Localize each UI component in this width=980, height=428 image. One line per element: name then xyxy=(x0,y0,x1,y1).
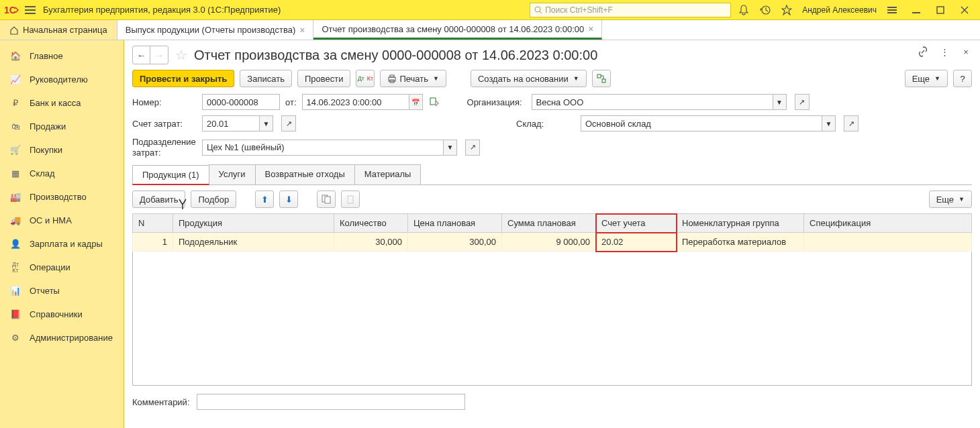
sidebar-item-catalogs[interactable]: 📕Справочники xyxy=(0,303,124,326)
tab-label: Отчет производства за смену 0000-000008 … xyxy=(322,24,584,34)
sidebar-item-hr[interactable]: 👤Зарплата и кадры xyxy=(0,232,124,256)
sidebar-item-warehouse[interactable]: ▦Склад xyxy=(0,162,124,185)
dtkt-button[interactable]: ДтКт xyxy=(356,70,375,87)
structure-button[interactable] xyxy=(592,70,611,87)
comment-input[interactable] xyxy=(197,394,465,410)
dropdown-icon[interactable]: ▼ xyxy=(444,140,457,156)
print-button[interactable]: Печать▼ xyxy=(380,70,446,87)
star-icon[interactable] xyxy=(781,4,793,16)
date-input[interactable]: 14.06.2023 0:00:00 📅 xyxy=(302,94,423,110)
tab-shift-report[interactable]: Отчет производства за смену 0000-000008 … xyxy=(313,20,602,40)
home-tab-label: Начальная страница xyxy=(23,25,107,35)
number-input[interactable]: 0000-000008 xyxy=(202,94,280,110)
table-more-button[interactable]: Еще▼ xyxy=(929,191,972,208)
sidebar-item-assets[interactable]: 🚚ОС и НМА xyxy=(0,209,124,232)
open-warehouse-button[interactable]: ↗ xyxy=(844,115,859,131)
open-dept-button[interactable]: ↗ xyxy=(465,140,480,156)
col-nomgroup[interactable]: Номенклатурная группа xyxy=(677,214,804,233)
history-icon[interactable] xyxy=(759,4,771,16)
col-qty[interactable]: Количество xyxy=(334,214,408,233)
maximize-icon[interactable] xyxy=(934,4,946,16)
sidebar-item-purchases[interactable]: 🛒Покупки xyxy=(0,138,124,162)
tab-materials[interactable]: Материалы xyxy=(354,164,422,184)
close-icon[interactable]: × xyxy=(960,46,972,58)
products-table: N Продукция Количество Цена плановая Сум… xyxy=(132,213,972,252)
comment-label: Комментарий: xyxy=(132,397,190,407)
sidebar-item-main[interactable]: 🏠Главное xyxy=(0,44,124,68)
bars-icon: 📊 xyxy=(9,286,21,296)
tab-close-icon[interactable]: × xyxy=(299,25,305,36)
warehouse-label: Склад: xyxy=(516,119,575,129)
menu-icon[interactable] xyxy=(24,4,36,16)
col-spec[interactable]: Спецификация xyxy=(804,214,972,233)
tab-services[interactable]: Услуги xyxy=(209,164,256,184)
save-button[interactable]: Записать xyxy=(240,70,292,87)
col-sum[interactable]: Сумма плановая xyxy=(502,214,596,233)
copy-button[interactable] xyxy=(317,191,336,208)
col-n[interactable]: N xyxy=(133,214,173,233)
more-button[interactable]: Еще▼ xyxy=(905,70,948,87)
create-based-button[interactable]: Создать на основании▼ xyxy=(471,70,587,87)
document-title: Отчет производства за смену 0000-000008 … xyxy=(194,48,597,63)
org-input[interactable]: Весна ООО ▼ xyxy=(532,94,787,110)
open-acc-button[interactable]: ↗ xyxy=(281,115,296,131)
warehouse-input[interactable]: Основной склад ▼ xyxy=(581,115,836,131)
truck-icon: 🚚 xyxy=(9,215,21,225)
factory-icon: 🏭 xyxy=(9,192,21,202)
table-toolbar: Добавить Подбор ⬆ ⬇ Еще▼ xyxy=(132,185,972,213)
dept-input[interactable]: Цех №1 (швейный) ▼ xyxy=(202,140,457,156)
minimize-icon[interactable] xyxy=(910,4,922,16)
tab-production-output[interactable]: Выпуск продукции (Отчеты производства) × xyxy=(117,20,314,40)
person-icon: 👤 xyxy=(9,239,21,249)
svg-rect-15 xyxy=(390,75,394,77)
close-window-icon[interactable] xyxy=(959,4,971,16)
col-price[interactable]: Цена плановая xyxy=(408,214,502,233)
calendar-icon[interactable]: 📅 xyxy=(409,94,423,110)
post-button[interactable]: Провести xyxy=(297,70,351,87)
sidebar-item-reports[interactable]: 📊Отчеты xyxy=(0,279,124,303)
sidebar-item-production[interactable]: 🏭Производство xyxy=(0,185,124,209)
app-title: Бухгалтерия предприятия, редакция 3.0 (1… xyxy=(43,5,281,15)
dtkt-icon: ДтКт xyxy=(9,262,21,274)
nav-buttons: ← → xyxy=(132,46,168,64)
favorite-icon[interactable]: ☆ xyxy=(175,47,187,63)
tab-products[interactable]: Продукция (1) xyxy=(132,165,209,185)
post-and-close-button[interactable]: Провести и закрыть xyxy=(132,70,234,87)
help-button[interactable]: ? xyxy=(953,70,972,87)
pick-button[interactable]: Подбор xyxy=(191,191,236,208)
dept-label: Подразделение затрат: xyxy=(132,137,197,158)
table-empty-area[interactable] xyxy=(132,252,972,386)
move-down-button[interactable]: ⬇ xyxy=(279,191,298,208)
bell-icon[interactable] xyxy=(738,4,750,16)
dropdown-icon[interactable]: ▼ xyxy=(773,94,787,110)
user-menu-icon[interactable] xyxy=(886,4,898,16)
more-menu-icon[interactable]: ⋮ xyxy=(938,46,950,58)
table-row[interactable]: 1 Пододеяльник 30,000 300,00 9 000,00 20… xyxy=(133,233,972,252)
add-row-button[interactable]: Добавить xyxy=(132,191,185,208)
sidebar-item-manager[interactable]: 📈Руководителю xyxy=(0,68,124,91)
user-name[interactable]: Андрей Алексеевич xyxy=(802,5,877,15)
dropdown-icon[interactable]: ▼ xyxy=(822,115,836,131)
cost-acc-input[interactable]: 20.01 ▼ xyxy=(202,115,273,131)
home-tab[interactable]: Начальная страница xyxy=(0,20,117,40)
col-account[interactable]: Счет учета xyxy=(596,214,677,233)
tab-returns[interactable]: Возвратные отходы xyxy=(255,164,355,184)
box-icon: ▦ xyxy=(9,168,21,178)
open-org-button[interactable]: ↗ xyxy=(795,94,810,110)
back-button[interactable]: ← xyxy=(133,46,150,64)
sidebar-item-bank[interactable]: ₽Банк и касса xyxy=(0,91,124,115)
sidebar-item-operations[interactable]: ДтКтОперации xyxy=(0,256,124,279)
paste-button[interactable] xyxy=(341,191,360,208)
link-icon[interactable] xyxy=(917,46,929,58)
gear-icon: ⚙ xyxy=(9,333,21,343)
search-input[interactable]: Поиск Ctrl+Shift+F xyxy=(530,3,731,17)
sidebar-item-admin[interactable]: ⚙Администрирование xyxy=(0,326,124,350)
move-up-button[interactable]: ⬆ xyxy=(255,191,274,208)
sidebar-item-sales[interactable]: 🛍Продажи xyxy=(0,115,124,138)
number-label: Номер: xyxy=(132,97,197,107)
doc-mode-icon[interactable] xyxy=(428,96,440,108)
dropdown-icon[interactable]: ▼ xyxy=(260,115,273,131)
forward-button[interactable]: → xyxy=(150,46,168,64)
col-product[interactable]: Продукция xyxy=(173,214,334,233)
tab-close-icon[interactable]: × xyxy=(588,23,593,34)
